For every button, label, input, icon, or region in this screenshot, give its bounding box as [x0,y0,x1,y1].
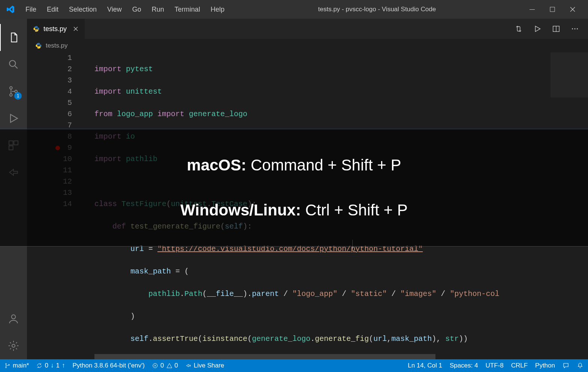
menu-view[interactable]: View [102,3,127,16]
svg-point-4 [10,94,12,96]
extensions-icon[interactable] [0,132,27,159]
status-feedback-icon[interactable] [563,362,569,369]
svg-rect-6 [9,141,13,145]
horizontal-scrollbar[interactable] [94,354,435,359]
menu-go[interactable]: Go [127,3,147,16]
settings-gear-icon[interactable] [0,332,27,359]
python-file-icon [33,25,40,32]
status-eol[interactable]: CRLF [511,362,528,369]
activity-bar: 1 [0,19,27,359]
status-indent[interactable]: Spaces: 4 [450,362,478,369]
run-file-icon[interactable] [533,25,542,33]
tab-label: tests.py [43,25,67,33]
svg-point-2 [9,60,15,66]
split-editor-icon[interactable] [552,25,560,33]
svg-point-14 [577,28,578,30]
window-title: tests.py - pvscc-logo - Visual Studio Co… [230,6,524,13]
minimap[interactable] [551,52,588,97]
close-button[interactable] [565,7,581,12]
liveshare-icon[interactable] [0,159,27,186]
scm-badge: 1 [14,92,22,100]
svg-point-9 [12,315,16,319]
status-bar: main* 0↓ 1↑ Python 3.8.6 64-bit ('env') … [0,359,588,372]
status-problems[interactable]: 0 0 [152,362,178,369]
window-controls [524,7,584,12]
text-cursor [352,240,353,249]
status-language[interactable]: Python [535,362,555,369]
source-control-icon[interactable]: 1 [0,78,27,105]
more-actions-icon[interactable] [571,25,579,33]
title-bar: File Edit Selection View Go Run Terminal… [0,0,588,19]
tab-close-icon[interactable] [73,26,79,32]
maximize-button[interactable] [545,7,560,12]
menu-selection[interactable]: Selection [64,3,102,16]
code-content[interactable]: import pytest import unittest from logo_… [94,52,588,359]
status-python[interactable]: Python 3.8.6 64-bit ('env') [72,362,145,369]
compare-changes-icon[interactable] [515,25,523,33]
menu-bar: File Edit Selection View Go Run Terminal… [20,3,230,16]
menu-file[interactable]: File [20,3,42,16]
svg-point-16 [6,367,7,368]
code-editor[interactable]: 1 2 3 4 5 6 7 8 9 10 11 12 13 14 import … [27,52,588,359]
menu-help[interactable]: Help [205,3,230,16]
explorer-icon[interactable] [0,24,27,51]
svg-point-3 [10,87,12,89]
python-file-icon [35,42,42,49]
editor-actions [515,19,588,39]
breadcrumb[interactable]: tests.py [27,39,588,52]
svg-point-15 [6,363,7,365]
svg-rect-8 [9,146,13,150]
svg-point-13 [575,28,576,30]
tab-bar: tests.py [27,19,588,39]
status-bell-icon[interactable] [577,362,584,369]
tab-tests-py[interactable]: tests.py [27,19,85,39]
svg-rect-0 [530,9,535,10]
editor-area: tests.py [27,19,588,359]
svg-point-10 [12,344,15,347]
menu-edit[interactable]: Edit [42,3,64,16]
search-icon[interactable] [0,51,27,78]
minimize-button[interactable] [524,7,540,12]
line-number-gutter: 1 2 3 4 5 6 7 8 9 10 11 12 13 14 [27,52,82,210]
status-cursor[interactable]: Ln 14, Col 1 [408,362,442,369]
status-sync[interactable]: 0↓ 1↑ [36,362,65,369]
breakpoint-icon[interactable] [55,146,60,150]
run-debug-icon[interactable] [0,105,27,132]
status-encoding[interactable]: UTF-8 [485,362,503,369]
svg-rect-7 [14,141,18,145]
accounts-icon[interactable] [0,305,27,332]
vscode-logo-icon [6,5,15,14]
menu-terminal[interactable]: Terminal [169,3,205,16]
breadcrumb-file: tests.py [46,42,68,49]
status-liveshare[interactable]: Live Share [186,362,224,369]
status-branch[interactable]: main* [4,362,29,369]
svg-rect-1 [550,7,555,12]
menu-run[interactable]: Run [147,3,169,16]
svg-point-12 [572,28,573,30]
